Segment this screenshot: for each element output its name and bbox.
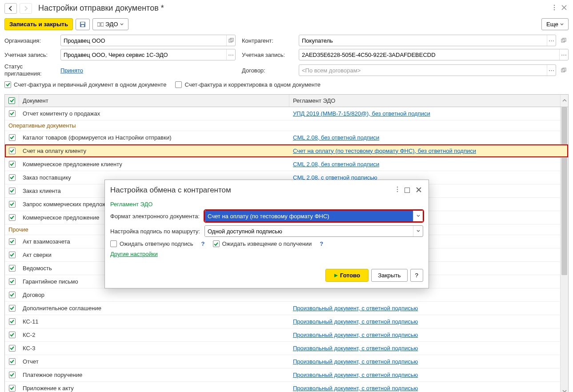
more-menu-button[interactable]: Еще	[541, 18, 569, 30]
table-row[interactable]: КС-2Произвольный документ, с ответной по…	[5, 328, 568, 342]
table-row[interactable]: Счет на оплату клиентуСчет на оплату (по…	[5, 144, 568, 158]
nav-back-button[interactable]	[4, 3, 17, 14]
row-regulation[interactable]: Счет на оплату (по тестовому формату ФНС…	[289, 146, 560, 156]
other-settings-link[interactable]: Другие настройки	[110, 251, 158, 257]
row-checkbox[interactable]	[5, 134, 19, 141]
row-regulation[interactable]: CML 2.08, без ответной подписи	[289, 159, 560, 169]
checkbox-icon	[9, 332, 16, 338]
row-checkbox[interactable]	[5, 201, 19, 208]
account2-input[interactable]	[299, 49, 559, 60]
close-button[interactable]: Закрыть	[371, 269, 407, 282]
ellipsis-icon[interactable]: ⋯	[547, 35, 556, 46]
row-checkbox[interactable]	[5, 214, 19, 221]
scroll-down-button[interactable]	[561, 387, 568, 392]
ellipsis-icon[interactable]: ⋯	[226, 49, 235, 60]
contract-input-wrap[interactable]: ⋯	[299, 64, 556, 76]
row-checkbox[interactable]	[5, 305, 19, 312]
table-row[interactable]: КС-11Произвольный документ, с ответной п…	[5, 315, 568, 328]
help-button[interactable]: ?	[410, 269, 423, 282]
row-regulation[interactable]: Произвольный документ, с ответной подпис…	[289, 343, 560, 353]
row-checkbox[interactable]	[5, 358, 19, 365]
table-row[interactable]: Договор	[5, 288, 568, 302]
checkbox-icon	[9, 372, 16, 378]
kebab-icon[interactable]	[552, 3, 557, 14]
dialog-kebab-icon[interactable]	[395, 184, 400, 196]
invoice-and-correction-checkbox[interactable]: Счет-фактура и корректировка в одном док…	[175, 81, 321, 88]
table-row[interactable]: Дополнительное соглашениеПроизвольный до…	[5, 302, 568, 315]
route-select[interactable]	[204, 225, 423, 237]
invite-status-link[interactable]: Принято	[60, 67, 83, 74]
row-checkbox[interactable]	[5, 174, 19, 181]
wait-sign-checkbox[interactable]: Ожидать ответную подпись	[110, 240, 193, 247]
account-input[interactable]	[61, 49, 226, 60]
open-link-icon[interactable]	[559, 64, 569, 76]
svg-rect-5	[81, 25, 84, 27]
table-row[interactable]: Платежное поручениеПроизвольный документ…	[5, 368, 568, 382]
row-checkbox[interactable]	[5, 110, 19, 117]
row-checkbox[interactable]	[5, 265, 19, 272]
checkbox-icon	[9, 214, 16, 221]
organization-input[interactable]	[61, 35, 226, 46]
window-close-icon[interactable]	[560, 3, 569, 13]
row-regulation[interactable]: Произвольный документ, с ответной подпис…	[289, 370, 560, 380]
format-input[interactable]	[205, 211, 413, 221]
wait-notice-checkbox[interactable]: Ожидать извещение о получении	[213, 240, 312, 247]
row-checkbox[interactable]	[5, 278, 19, 285]
ellipsis-icon[interactable]: ⋯	[559, 49, 568, 60]
table-row[interactable]: Коммерческое предложение клиентуCML 2.08…	[5, 158, 568, 171]
row-regulation[interactable]: Произвольный документ, с ответной подпис…	[289, 356, 560, 367]
table-row[interactable]: КС-3Произвольный документ, с ответной по…	[5, 342, 568, 355]
checkbox-icon	[9, 252, 16, 258]
row-checkbox[interactable]	[5, 385, 19, 392]
row-checkbox[interactable]	[5, 292, 19, 298]
format-select[interactable]	[204, 210, 423, 222]
nav-forward-button[interactable]	[20, 3, 32, 14]
account-input-wrap[interactable]: ⋯	[60, 49, 236, 60]
ready-button[interactable]: Готово	[325, 269, 369, 282]
row-document: Каталог товаров (формируется из Настройк…	[19, 132, 289, 143]
save-and-close-button[interactable]: Записать и закрыть	[4, 18, 73, 30]
table-row[interactable]: ОтчетПроизвольный документ, с ответной п…	[5, 355, 568, 368]
contract-input[interactable]	[299, 65, 547, 76]
account2-input-wrap[interactable]: ⋯	[299, 49, 569, 60]
checkbox-icon	[9, 318, 16, 325]
organization-input-wrap[interactable]	[60, 35, 236, 46]
row-checkbox[interactable]	[5, 188, 19, 194]
row-checkbox[interactable]	[5, 148, 19, 154]
table-row[interactable]: Приложение к актуПроизвольный документ, …	[5, 382, 568, 392]
row-checkbox[interactable]	[5, 345, 19, 352]
row-regulation[interactable]: Произвольный документ, с ответной подпис…	[289, 330, 560, 340]
scroll-up-button[interactable]	[560, 95, 568, 107]
row-regulation[interactable]: УПД 2019 (ММВ-7-15/820@), без ответной п…	[289, 108, 560, 119]
row-regulation[interactable]: Произвольный документ, с ответной подпис…	[289, 316, 560, 327]
chevron-down-icon[interactable]	[413, 226, 423, 236]
row-checkbox[interactable]	[5, 332, 19, 338]
row-checkbox[interactable]	[5, 372, 19, 378]
row-regulation[interactable]: CML 2.08, без ответной подписи	[289, 132, 560, 143]
help-icon[interactable]: ?	[319, 240, 324, 247]
invoice-and-primary-checkbox[interactable]: Счет-фактура и первичный документ в одно…	[4, 81, 166, 88]
ellipsis-icon[interactable]: ⋯	[547, 65, 556, 76]
row-regulation[interactable]: Произвольный документ, с ответной подпис…	[289, 303, 560, 313]
counterparty-input-wrap[interactable]: ⋯	[299, 35, 556, 46]
chevron-down-icon[interactable]	[413, 211, 423, 221]
row-checkbox[interactable]	[5, 252, 19, 258]
row-regulation[interactable]: Произвольный документ, с ответной подпис…	[289, 383, 560, 392]
counterparty-input[interactable]	[299, 35, 547, 46]
row-checkbox[interactable]	[5, 318, 19, 325]
maximize-icon[interactable]	[405, 188, 410, 193]
row-checkbox[interactable]	[5, 238, 19, 245]
table-row[interactable]: Отчет комитенту о продажахУПД 2019 (ММВ-…	[5, 107, 568, 120]
open-link-icon[interactable]	[559, 35, 569, 46]
open-dialog-icon[interactable]	[226, 35, 235, 46]
doc-column-header[interactable]: Документ	[19, 95, 289, 107]
reg-column-header[interactable]: Регламент ЭДО	[289, 95, 560, 107]
route-input[interactable]	[205, 226, 413, 236]
dialog-close-icon[interactable]	[414, 186, 423, 194]
table-row[interactable]: Каталог товаров (формируется из Настройк…	[5, 131, 568, 144]
help-icon[interactable]: ?	[200, 240, 206, 247]
row-checkbox[interactable]	[5, 161, 19, 168]
edo-menu-button[interactable]: ЭДО	[92, 18, 128, 30]
header-check-column[interactable]	[5, 95, 19, 107]
save-button[interactable]	[76, 19, 90, 30]
